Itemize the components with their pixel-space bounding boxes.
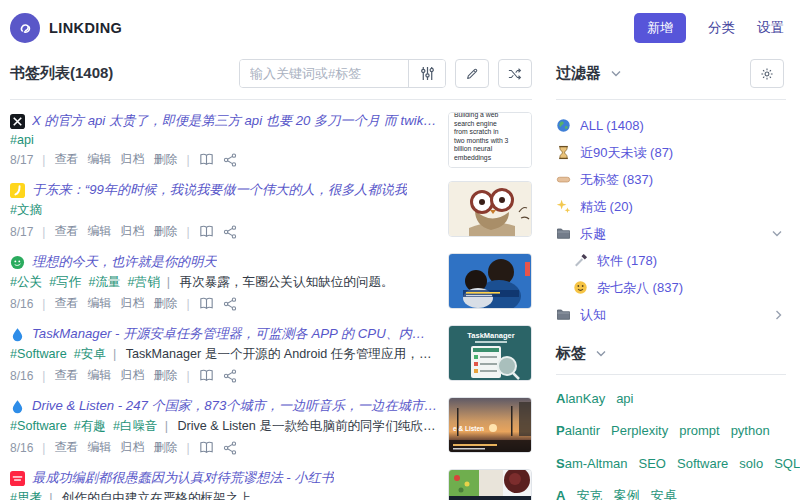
bookmark-tag[interactable]: #白噪音 bbox=[113, 419, 158, 433]
notes-icon[interactable] bbox=[199, 441, 214, 454]
svg-text:search engine: search engine bbox=[454, 120, 497, 128]
random-order-button[interactable] bbox=[498, 59, 532, 88]
action-view-link[interactable]: 查看 bbox=[54, 295, 78, 312]
bookmark-item: TaskManager - 开源安卓任务管理器，可监测各 APP 的 CPU、内… bbox=[10, 318, 532, 390]
notes-icon[interactable] bbox=[199, 369, 214, 382]
action-delete-link[interactable]: 删除 bbox=[153, 367, 177, 384]
search-area bbox=[239, 59, 532, 88]
notes-icon[interactable] bbox=[199, 153, 214, 166]
tag-link[interactable]: SEO bbox=[639, 456, 666, 471]
filter-link[interactable]: 无标签 (837) bbox=[580, 171, 653, 189]
share-icon[interactable] bbox=[223, 225, 237, 239]
action-archive-link[interactable]: 归档 bbox=[120, 295, 144, 312]
notes-icon[interactable] bbox=[199, 297, 214, 310]
share-icon[interactable] bbox=[223, 369, 237, 383]
action-delete-link[interactable]: 删除 bbox=[153, 223, 177, 240]
bookmark-thumbnail[interactable]: e & Listen bbox=[448, 397, 532, 453]
bookmark-tag[interactable]: #安卓 bbox=[74, 347, 106, 361]
tag-description-separator: | bbox=[49, 491, 52, 500]
tag-link[interactable]: prompt bbox=[679, 423, 719, 438]
tag-link[interactable]: 安卓 bbox=[650, 488, 676, 500]
tag-link[interactable]: AlanKay bbox=[556, 391, 605, 406]
tag-link[interactable]: python bbox=[731, 423, 770, 438]
add-bookmark-button[interactable]: 新增 bbox=[634, 13, 686, 43]
action-delete-link[interactable]: 删除 bbox=[153, 151, 177, 168]
chevron-down-icon[interactable] bbox=[596, 350, 606, 357]
bookmark-tag[interactable]: #文摘 bbox=[10, 203, 42, 217]
action-edit-link[interactable]: 编辑 bbox=[87, 439, 111, 456]
filter-link[interactable]: 认知 bbox=[580, 306, 606, 324]
bookmark-tags-row: #Software#有趣#白噪音| Drive & Listen 是一款给电脑前… bbox=[10, 418, 438, 435]
bookmark-thumbnail[interactable]: TaskManager bbox=[448, 325, 532, 381]
bookmark-tag[interactable]: #Software bbox=[10, 347, 67, 361]
filter-item: ALL (1408) bbox=[556, 112, 786, 139]
action-view-link[interactable]: 查看 bbox=[54, 151, 78, 168]
action-archive-link[interactable]: 归档 bbox=[120, 151, 144, 168]
action-delete-link[interactable]: 删除 bbox=[153, 439, 177, 456]
bulk-edit-button[interactable] bbox=[455, 59, 489, 88]
filter-settings-button[interactable] bbox=[750, 59, 784, 88]
action-edit-link[interactable]: 编辑 bbox=[87, 367, 111, 384]
bookmark-tag[interactable]: #公关 bbox=[10, 275, 42, 289]
search-options-button[interactable] bbox=[408, 60, 445, 87]
action-edit-link[interactable]: 编辑 bbox=[87, 295, 111, 312]
bookmark-title-link[interactable]: X 的官方 api 太贵了，即便是第三方 api 也要 20 多刀一个月 而 t… bbox=[32, 112, 438, 130]
bookmark-tag[interactable]: #流量 bbox=[88, 275, 120, 289]
search-input[interactable] bbox=[240, 60, 408, 87]
bookmark-thumbnail[interactable] bbox=[448, 181, 532, 237]
filter-link[interactable]: 乐趣 bbox=[580, 225, 606, 243]
tag-cloud: AlanKayapiPalantirPerplexitypromptpython… bbox=[556, 375, 786, 500]
filter-link[interactable]: 杂七杂八 (837) bbox=[597, 279, 683, 297]
share-icon[interactable] bbox=[223, 153, 237, 167]
bookmark-meta-row: 8/16|查看编辑归档删除| bbox=[10, 295, 438, 312]
action-edit-link[interactable]: 编辑 bbox=[87, 151, 111, 168]
tag-link[interactable]: Perplexity bbox=[611, 423, 668, 438]
bookmark-title-link[interactable]: Drive & Listen - 247 个国家，873个城市，一边听音乐，一边… bbox=[32, 397, 438, 415]
tag-link[interactable]: Software bbox=[677, 456, 728, 471]
bookmark-thumbnail[interactable] bbox=[448, 253, 532, 309]
favicon-jike-icon bbox=[10, 183, 25, 198]
action-view-link[interactable]: 查看 bbox=[54, 223, 78, 240]
share-icon[interactable] bbox=[223, 441, 237, 455]
bookmark-tag[interactable]: #营销 bbox=[128, 275, 160, 289]
categories-link[interactable]: 分类 bbox=[708, 19, 735, 37]
chevron-down-icon[interactable] bbox=[772, 230, 786, 237]
action-archive-link[interactable]: 归档 bbox=[120, 439, 144, 456]
action-archive-link[interactable]: 归档 bbox=[120, 367, 144, 384]
bookmark-tag[interactable]: #api bbox=[10, 133, 34, 147]
action-archive-link[interactable]: 归档 bbox=[120, 223, 144, 240]
action-delete-link[interactable]: 删除 bbox=[153, 295, 177, 312]
filter-link[interactable]: 近90天未读 (87) bbox=[580, 144, 673, 162]
tag-link[interactable]: solo bbox=[739, 456, 763, 471]
tag-link[interactable]: 案例 bbox=[613, 488, 639, 500]
bookmark-title-link[interactable]: 最成功编剧都很愚蠢因为认真对待荒谬想法 - 小红书 bbox=[32, 469, 334, 487]
bookmark-tag[interactable]: #思考 bbox=[10, 491, 42, 500]
chevron-down-icon[interactable] bbox=[611, 70, 621, 77]
bookmark-title-link[interactable]: 于东来：“99年的时候，我说我要做一个伟大的人，很多人都说我 bbox=[32, 181, 407, 199]
bookmark-title-link[interactable]: 理想的今天，也许就是你的明天 bbox=[32, 253, 217, 271]
filter-link[interactable]: 软件 (178) bbox=[597, 252, 657, 270]
chevron-right-icon[interactable] bbox=[775, 310, 786, 320]
bookmark-tag[interactable]: #写作 bbox=[49, 275, 81, 289]
bookmark-tag[interactable]: #Software bbox=[10, 419, 67, 433]
tag-link[interactable]: SQLite bbox=[774, 456, 800, 471]
bookmark-tag[interactable]: #有趣 bbox=[74, 419, 106, 433]
tag-link[interactable]: Palantir bbox=[556, 423, 600, 438]
bookmark-thumbnail[interactable]: Building a websearch enginefrom scratch … bbox=[448, 112, 532, 168]
sparkles-icon bbox=[556, 199, 573, 214]
action-edit-link[interactable]: 编辑 bbox=[87, 223, 111, 240]
filter-link[interactable]: 精选 (20) bbox=[580, 198, 633, 216]
bookmark-thumbnail[interactable] bbox=[448, 469, 532, 500]
tag-link[interactable]: api bbox=[616, 391, 633, 406]
tag-link[interactable]: 安克 bbox=[576, 488, 602, 500]
bookmark-description: 再次暴露，车圈公关认知缺位的问题。 bbox=[176, 275, 394, 289]
tag-link[interactable]: Sam-Altman bbox=[556, 456, 628, 471]
action-view-link[interactable]: 查看 bbox=[54, 439, 78, 456]
share-icon[interactable] bbox=[223, 297, 237, 311]
settings-link[interactable]: 设置 bbox=[757, 19, 784, 37]
bookmark-title-link[interactable]: TaskManager - 开源安卓任务管理器，可监测各 APP 的 CPU、内… bbox=[32, 325, 438, 343]
bookmark-item: 最成功编剧都很愚蠢因为认真对待荒谬想法 - 小红书#思考| 创作的自由建立在严格… bbox=[10, 462, 532, 500]
filter-link[interactable]: ALL (1408) bbox=[580, 118, 644, 133]
notes-icon[interactable] bbox=[199, 225, 214, 238]
action-view-link[interactable]: 查看 bbox=[54, 367, 78, 384]
